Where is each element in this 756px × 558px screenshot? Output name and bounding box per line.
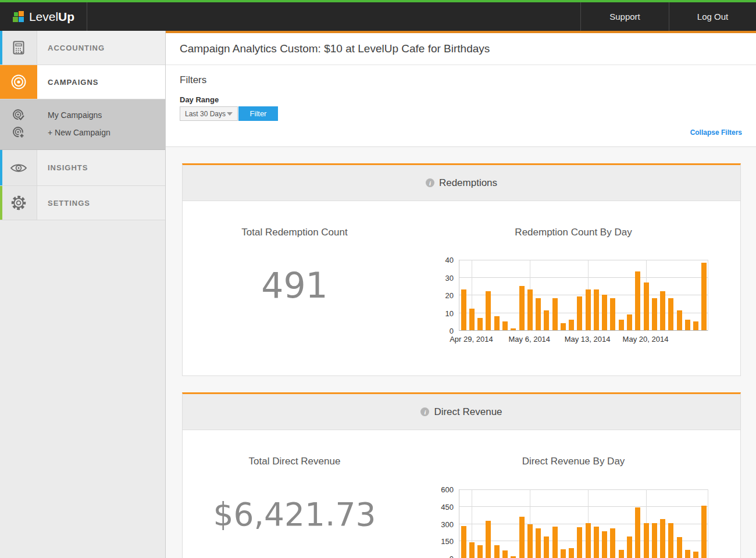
bar — [519, 286, 525, 330]
sidebar-label-settings: SETTINGS — [37, 186, 165, 220]
insights-icon-cell — [0, 150, 37, 185]
y-axis-tick-label: 0 — [439, 327, 454, 335]
sidebar-item-my-campaigns[interactable]: My Campaigns — [0, 106, 165, 124]
bar — [461, 526, 466, 558]
new-campaign-label: + New Campaign — [37, 128, 110, 137]
redemptions-panel: i Redemptions Total Redemption Count 491… — [182, 163, 741, 376]
bar — [494, 545, 500, 558]
gridline — [459, 506, 708, 507]
day-range-select[interactable]: Last 30 Days — [180, 106, 238, 121]
gridline — [708, 260, 708, 331]
bar — [644, 282, 649, 330]
direct-revenue-panel-header: i Direct Revenue — [183, 394, 740, 430]
bar — [701, 506, 707, 558]
bar — [577, 296, 582, 330]
bar — [627, 314, 632, 330]
bar — [552, 298, 558, 330]
bar — [619, 320, 624, 330]
bar — [569, 320, 574, 330]
collapse-filters-link[interactable]: Collapse Filters — [690, 128, 742, 137]
y-axis-tick-label: 300 — [439, 520, 454, 529]
bar — [586, 523, 591, 558]
bar — [561, 323, 566, 330]
filters-section: Filters Day Range Last 30 Days Filter Co… — [166, 65, 756, 147]
bar — [693, 321, 698, 330]
sidebar-item-insights[interactable]: INSIGHTS — [0, 150, 165, 186]
campaigns-submenu: My Campaigns + New Campaign — [0, 99, 165, 150]
bar — [461, 289, 466, 330]
topbar-spacer — [87, 2, 580, 31]
chevron-down-icon — [227, 112, 233, 116]
bar — [502, 550, 508, 558]
accounting-icon-cell — [0, 31, 37, 65]
bar — [677, 310, 682, 330]
y-axis-tick-label: 40 — [439, 256, 454, 264]
bar — [544, 536, 549, 558]
sidebar-item-campaigns[interactable]: CAMPAIGNS — [0, 65, 165, 99]
bar — [527, 524, 533, 558]
bar — [652, 298, 657, 330]
bar — [536, 528, 541, 558]
sidebar-item-new-campaign[interactable]: + New Campaign — [0, 124, 165, 141]
bar — [486, 291, 491, 330]
bar — [469, 309, 475, 330]
logo-text: LevelUp — [29, 10, 74, 24]
bar — [685, 320, 690, 330]
sidebar-label-accounting: ACCOUNTING — [37, 31, 165, 65]
y-axis-tick-label: 0 — [439, 555, 454, 558]
bar — [502, 321, 508, 330]
sidebar-item-accounting[interactable]: ACCOUNTING — [0, 31, 165, 65]
bar — [527, 289, 533, 330]
y-axis-tick-label: 30 — [439, 274, 454, 282]
sidebar-item-settings[interactable]: SETTINGS — [0, 186, 165, 220]
filter-button[interactable]: Filter — [238, 106, 278, 121]
direct-revenue-by-day-chart: 0150300450600Apr 29, 2014May 6, 2014May … — [439, 489, 708, 558]
bar — [536, 298, 541, 330]
campaigns-icon-cell — [0, 65, 37, 99]
bar — [635, 507, 640, 558]
bar — [586, 289, 591, 330]
main-content: Campaign Analytics Custom: $10 at LevelU… — [166, 31, 756, 558]
bar — [561, 549, 566, 558]
info-icon[interactable]: i — [420, 407, 429, 416]
bar — [477, 318, 483, 330]
bar — [701, 263, 707, 330]
logout-button[interactable]: Log Out — [669, 2, 756, 31]
y-axis-tick-label: 600 — [439, 485, 454, 494]
bar — [627, 536, 632, 558]
insights-accent-strip — [0, 150, 2, 185]
bar — [668, 523, 673, 558]
bar — [610, 528, 615, 558]
bar — [594, 289, 599, 330]
bar — [685, 550, 690, 558]
panels-section: i Redemptions Total Redemption Count 491… — [166, 147, 756, 558]
gridline — [459, 260, 708, 260]
redemption-chart-title: Redemption Count By Day — [406, 227, 740, 238]
page-title: Campaign Analytics Custom: $10 at LevelU… — [180, 42, 742, 55]
plot-area — [459, 489, 708, 558]
x-axis-tick-label: May 13, 2014 — [565, 335, 611, 344]
bar — [610, 298, 615, 330]
total-redemption-count-label: Total Redemption Count — [183, 227, 406, 238]
info-icon[interactable]: i — [426, 178, 434, 187]
bar — [552, 527, 558, 558]
redemptions-panel-title: Redemptions — [439, 177, 497, 189]
bar — [602, 295, 607, 330]
bar — [677, 537, 682, 558]
levelup-logo[interactable]: LevelUp — [0, 2, 87, 31]
filters-heading: Filters — [180, 74, 742, 86]
bar — [660, 291, 665, 330]
y-axis-tick-label: 20 — [439, 291, 454, 300]
bar — [619, 550, 624, 558]
support-button[interactable]: Support — [580, 2, 669, 31]
accounting-accent-strip — [0, 31, 2, 65]
gridline — [459, 277, 708, 278]
bar — [519, 517, 525, 558]
sidebar-label-campaigns: CAMPAIGNS — [37, 65, 165, 99]
sidebar: ACCOUNTING CAMPAIGNS — [0, 31, 166, 558]
gear-icon — [10, 194, 27, 212]
x-axis-tick-label: May 6, 2014 — [509, 335, 551, 344]
bar — [602, 531, 607, 558]
bar — [511, 328, 516, 330]
redemption-count-by-day-chart: 010203040Apr 29, 2014May 6, 2014May 13, … — [439, 260, 708, 344]
